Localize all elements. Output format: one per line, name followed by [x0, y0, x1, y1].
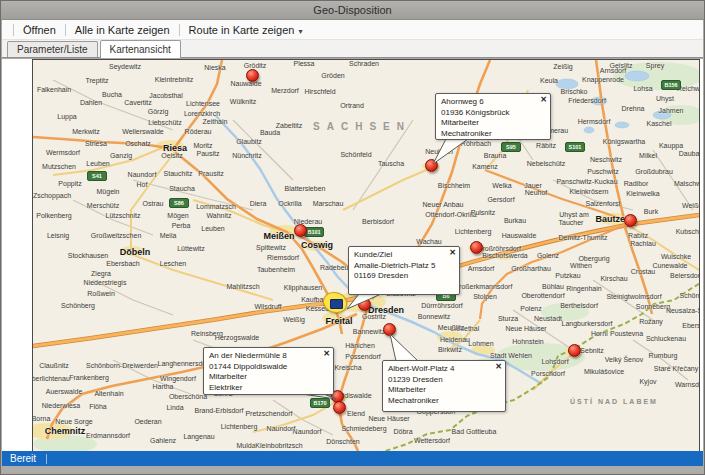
popup-text-line: 01744 Dippoldiswalde: [209, 362, 319, 373]
popup-tail: [390, 334, 418, 361]
open-button[interactable]: Öffnen: [19, 24, 60, 36]
popup-text-line: 01239 Dresden: [388, 375, 491, 386]
tab-strip: Parameter/Liste Kartenansicht: [2, 40, 703, 58]
toolbar: Öffnen Alle in Karte zeigen Route in Kar…: [2, 20, 703, 40]
show-all-in-map-button[interactable]: Alle in Karte zeigen: [71, 24, 174, 36]
map-popup: ✕An der Niedermühle 801744 Dippoldiswald…: [203, 347, 334, 395]
popup-text-line: Mitarbeiter: [209, 372, 319, 383]
popup-tail: [433, 139, 468, 164]
popup-close-button[interactable]: ✕: [540, 95, 547, 104]
status-separator: [46, 454, 47, 464]
popup-text-line: Elektriker: [209, 383, 319, 394]
show-route-label: Route in Karte zeigen: [189, 24, 295, 36]
tab-kartenansicht[interactable]: Kartenansicht: [100, 40, 181, 58]
window-title: Geo-Disposition: [313, 4, 391, 16]
popup-text-line: Mitarbeiter: [441, 118, 536, 129]
popup-close-button[interactable]: ✕: [323, 349, 330, 358]
popup-text-line: Mitarbeiter: [388, 385, 491, 396]
popup-text-line: Amalie-Dietrich-Platz 5: [354, 261, 445, 272]
popup-close-button[interactable]: ✕: [495, 362, 502, 371]
title-bar: Geo-Disposition: [1, 1, 704, 20]
popup-text-line: Kunde/Ziel: [354, 250, 445, 261]
tab-parameter-liste[interactable]: Parameter/Liste: [7, 41, 98, 57]
toolbar-separator: [13, 24, 14, 36]
app-window: Geo-Disposition Öffnen Alle in Karte zei…: [0, 0, 705, 475]
popup-text-line: Albert-Wolf-Platz 4: [388, 364, 491, 375]
map-popup: ✕Albert-Wolf-Platz 401239 DresdenMitarbe…: [382, 360, 506, 412]
map-popup: ✕Kunde/ZielAmalie-Dietrich-Platz 501169 …: [348, 246, 460, 295]
popup-text-line: Mechatroniker: [441, 129, 536, 140]
popup-close-button[interactable]: ✕: [449, 248, 456, 257]
map-canvas[interactable]: SeydewitzNieskaTreptitzKleintrebnitzNauw…: [32, 59, 700, 453]
toolbar-separator: [179, 24, 180, 36]
status-bar: Bereit: [2, 451, 703, 466]
show-route-in-map-button[interactable]: Route in Karte zeigen▾: [185, 24, 307, 36]
popup-text-line: 01169 Dresden: [354, 271, 445, 282]
window-bottom-edge: [2, 466, 703, 473]
popup-text-line: An der Niedermühle 8: [209, 351, 319, 362]
content-area: SeydewitzNieskaTreptitzKleintrebnitzNauw…: [2, 59, 703, 451]
status-text: Bereit: [10, 453, 36, 464]
map-popup: ✕Ahornweg 601936 KönigsbrückMitarbeiterM…: [435, 93, 551, 140]
popup-text-line: Mechatroniker: [388, 396, 491, 407]
popup-text-line: 01936 Königsbrück: [441, 108, 536, 119]
toolbar-separator: [65, 24, 66, 36]
popup-tail: [347, 294, 381, 309]
chevron-down-icon: ▾: [298, 27, 302, 36]
popup-text-line: Ahornweg 6: [441, 97, 536, 108]
